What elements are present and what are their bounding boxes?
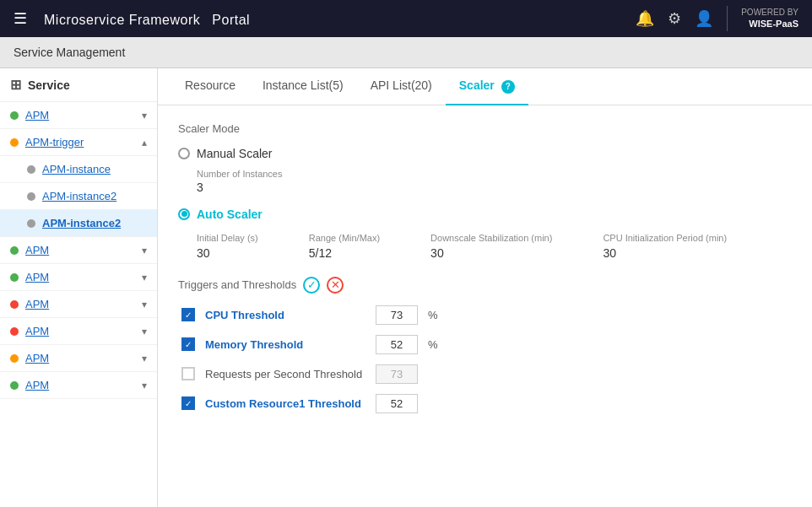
sub-header-title: Service Management [14, 46, 125, 59]
sidebar-item-apm1[interactable]: APM ▾ [0, 102, 157, 129]
instances-section: Number of Instances 3 [197, 169, 792, 194]
chevron-down-icon: ▾ [142, 353, 147, 364]
param-label-downscale: Downscale Stabilization (min) [430, 233, 552, 243]
manual-radio[interactable] [178, 148, 190, 159]
chevron-down-icon: ▾ [142, 272, 147, 283]
auto-radio[interactable] [178, 208, 190, 220]
cancel-icon[interactable]: ✕ [327, 277, 344, 294]
sidebar-item-label: APM-instance [42, 163, 147, 175]
threshold-row-memory: ✓ Memory Threshold % [181, 335, 792, 354]
sidebar-item-apm-trigger[interactable]: APM-trigger ▴ [0, 129, 157, 156]
param-value-initial-delay: 30 [197, 246, 258, 260]
status-dot-orange [10, 138, 19, 147]
custom-threshold-input[interactable] [376, 394, 418, 413]
param-value-range: 5/12 [309, 246, 380, 260]
sidebar-item-label: APM [25, 244, 142, 256]
tab-bar: Resource Instance List(5) API List(20) S… [158, 68, 812, 105]
tab-resource[interactable]: Resource [171, 68, 249, 105]
memory-threshold-checkbox[interactable]: ✓ [181, 337, 195, 351]
sidebar-item-apm2[interactable]: APM ▾ [0, 237, 157, 264]
custom-threshold-checkbox[interactable]: ✓ [181, 396, 195, 410]
param-label-range: Range (Min/Max) [309, 233, 380, 243]
cpu-threshold-label: CPU Threshold [205, 309, 365, 321]
header-divider [727, 6, 728, 31]
auto-scaler-params: Initial Delay (s) 30 Range (Min/Max) 5/1… [197, 233, 792, 260]
memory-threshold-unit: % [428, 338, 438, 351]
param-value-downscale: 30 [430, 246, 552, 260]
tab-instance-list[interactable]: Instance List(5) [249, 68, 357, 105]
status-dot-green [10, 111, 19, 120]
param-label-cpu-init: CPU Initialization Period (min) [603, 233, 727, 243]
param-label-initial-delay: Initial Delay (s) [197, 233, 258, 243]
main-layout: ⊞ Service APM ▾ APM-trigger ▴ APM-instan… [0, 68, 812, 507]
status-dot-red [10, 300, 19, 309]
tab-scaler[interactable]: Scaler ? [446, 68, 528, 105]
confirm-icon[interactable]: ✓ [303, 277, 320, 294]
user-icon[interactable]: 👤 [695, 9, 713, 28]
status-dot-gray [27, 165, 35, 174]
sidebar-item-label: APM-trigger [25, 136, 142, 148]
bell-icon[interactable]: 🔔 [636, 9, 654, 28]
header-left: ☰ Microservice Framework Portal [14, 9, 250, 29]
memory-threshold-input[interactable] [376, 335, 418, 354]
gear-icon[interactable]: ⚙ [668, 9, 681, 28]
scaler-mode-label: Scaler Mode [178, 122, 792, 135]
sidebar-item-label: APM [25, 298, 142, 310]
status-dot-gray [27, 219, 35, 228]
sidebar-item-apm5[interactable]: APM ▾ [0, 318, 157, 345]
sidebar: ⊞ Service APM ▾ APM-trigger ▴ APM-instan… [0, 68, 158, 507]
sidebar-item-label: APM-instance2 [42, 217, 147, 229]
triggers-label: Triggers and Thresholds [178, 278, 296, 291]
manual-scaler-option[interactable]: Manual Scaler [178, 147, 792, 160]
sidebar-item-label: APM [25, 109, 142, 121]
sidebar-item-apm7[interactable]: APM ▾ [0, 372, 157, 399]
sidebar-item-label: APM [25, 271, 142, 283]
status-dot-red [10, 327, 19, 336]
portal-label: Portal [212, 13, 250, 27]
content-area: Resource Instance List(5) API List(20) S… [158, 68, 812, 507]
cpu-threshold-input[interactable] [376, 305, 418, 325]
status-dot-green [10, 273, 19, 282]
auto-scaler-option[interactable]: Auto Scaler [178, 208, 792, 221]
sidebar-item-label: APM [25, 379, 142, 391]
sidebar-item-apm-instance2a[interactable]: APM-instance2 [0, 183, 157, 210]
param-initial-delay: Initial Delay (s) 30 [197, 233, 258, 260]
threshold-row-custom: ✓ Custom Resource1 Threshold [181, 394, 792, 413]
status-dot-green [10, 246, 19, 255]
chevron-up-icon: ▴ [142, 137, 147, 148]
header-right: 🔔 ⚙ 👤 POWERED BY WISE-PaaS [636, 6, 798, 31]
sidebar-item-label: APM [25, 352, 142, 364]
rps-threshold-label: Requests per Second Threshold [205, 368, 365, 380]
chevron-down-icon: ▾ [142, 299, 147, 310]
chevron-down-icon: ▾ [142, 326, 147, 337]
status-dot-orange [10, 354, 19, 363]
app-header: ☰ Microservice Framework Portal 🔔 ⚙ 👤 PO… [0, 0, 812, 37]
manual-scaler-label: Manual Scaler [197, 147, 273, 160]
sidebar-header: ⊞ Service [0, 68, 157, 102]
sidebar-item-apm6[interactable]: APM ▾ [0, 345, 157, 372]
status-dot-green [10, 381, 19, 390]
chevron-down-icon: ▾ [142, 380, 147, 391]
sidebar-item-apm-instance[interactable]: APM-instance [0, 156, 157, 183]
memory-threshold-label: Memory Threshold [205, 338, 365, 351]
rps-threshold-input [376, 364, 418, 384]
rps-threshold-checkbox[interactable] [181, 367, 195, 380]
param-downscale: Downscale Stabilization (min) 30 [430, 233, 552, 260]
hamburger-menu[interactable]: ☰ [14, 9, 27, 28]
chevron-down-icon: ▾ [142, 110, 147, 121]
tab-api-list[interactable]: API List(20) [357, 68, 446, 105]
sidebar-item-apm4[interactable]: APM ▾ [0, 291, 157, 318]
cpu-threshold-unit: % [428, 309, 438, 321]
param-value-cpu-init: 30 [603, 246, 727, 260]
triggers-header: Triggers and Thresholds ✓ ✕ [178, 277, 792, 294]
scaler-panel: Scaler Mode Manual Scaler Number of Inst… [158, 105, 812, 440]
scaler-help-icon[interactable]: ? [501, 80, 515, 94]
instances-label: Number of Instances [197, 169, 792, 179]
sub-header: Service Management [0, 37, 812, 68]
sidebar-item-apm-instance2b[interactable]: APM-instance2 [0, 210, 157, 237]
cpu-threshold-checkbox[interactable]: ✓ [181, 308, 195, 321]
sidebar-item-label: APM [25, 325, 142, 337]
chevron-down-icon: ▾ [142, 245, 147, 256]
instances-value: 3 [197, 181, 792, 194]
sidebar-item-apm3[interactable]: APM ▾ [0, 264, 157, 291]
